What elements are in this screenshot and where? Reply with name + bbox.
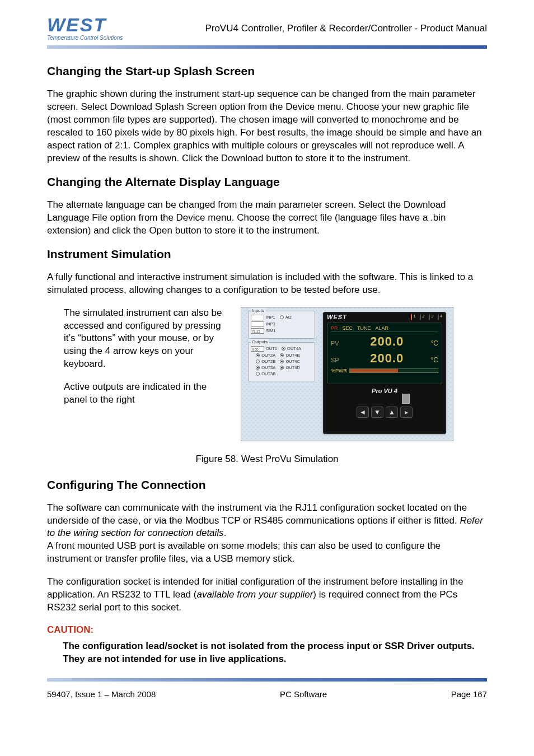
pwr-bar [349,368,438,373]
logo-text: WEST [47,16,106,34]
paragraph-splash: The graphic shown during the instrument … [47,88,487,165]
sim1-label: SIM1 [266,328,276,333]
out2a-label: OUT2A [261,353,275,358]
out1-label: OUT1 [266,346,277,351]
ai2-label: AI2 [285,315,292,320]
out3b-label: OUT3B [261,371,275,376]
out4a-radio[interactable] [282,347,285,351]
pwr-label: %PWR [331,368,347,374]
pwr-bar-fill [350,369,398,372]
device-panel: WEST 1 2 3 4 PR SEC TUNE AL [323,312,446,434]
paragraph-simulation-intro: A fully functional and interactive instr… [47,271,487,297]
footer-center: PC Software [280,689,327,699]
out4a-label: OUT4A [287,346,301,351]
conn-p3-italic: available from your supplier [196,589,313,600]
out4c-label: OUT4C [285,359,299,364]
out4d-label: OUT4D [285,365,299,370]
pv-label: PV [331,340,343,347]
inputs-group: Inputs INP1 AI2 INP3 71.23SIM1 [248,311,315,339]
chevron-right-icon: ▸ [405,408,408,416]
device-down-button[interactable]: ▼ [371,407,383,418]
inputs-group-title: Inputs [251,308,265,313]
led-4-num: 4 [440,314,442,318]
footer-rule [47,678,487,682]
out2a-radio[interactable] [256,353,260,357]
heading-language: Changing the Alternate Display Language [47,175,487,189]
tab-tune: TUNE [357,325,371,331]
pv-value: 200.0 [370,334,404,349]
inp1-field[interactable] [251,315,264,320]
paragraph-connection-3: The configuration socket is intended for… [47,576,487,614]
caution-label: CAUTION: [47,624,487,636]
header-rule [47,45,487,49]
heading-simulation: Instrument Simulation [47,248,487,261]
device-left-button[interactable]: ◄ [357,407,369,418]
screen-tabs: PR SEC TUNE ALAR [331,325,438,332]
callout-text-2: Active outputs are indicated in the pane… [64,381,232,407]
outputs-group-title: Outputs [251,339,269,344]
out4d-radio[interactable] [280,366,284,370]
inp1-label: INP1 [266,315,275,320]
heading-splash: Changing the Start-up Splash Screen [47,64,487,78]
out4b-radio[interactable] [280,353,284,357]
brand-logo: WEST Temperature Control Solutions [47,16,123,41]
page-header: WEST Temperature Control Solutions ProVU… [47,16,487,41]
device-brand: WEST [327,314,347,320]
caution-body: The configuration lead/socket is not iso… [47,640,487,666]
figure-caption: Figure 58. West ProVu Simulation [47,454,487,465]
footer-right: Page 167 [451,689,487,699]
device-up-button[interactable]: ▲ [386,407,398,418]
out2b-label: OUT2B [261,359,275,364]
conn-p1c: . [224,528,227,538]
device-model: Pro VU 4 [324,386,446,395]
io-panel: Inputs INP1 AI2 INP3 71.23SIM1 Outputs 0… [248,311,315,385]
led-3 [429,314,430,320]
paragraph-connection-1: The software can communicate with the in… [47,502,487,540]
device-screen: PR SEC TUNE ALAR PV 200.0 °C SP 200. [327,323,442,384]
out4c-radio[interactable] [280,360,284,363]
footer-left: 59407, Issue 1 – March 2008 [47,689,156,699]
sp-label: SP [331,357,343,363]
sp-value: 200.0 [370,351,404,366]
tab-sec: SEC [343,325,353,331]
inp3-label: INP3 [266,321,275,326]
sp-unit: °C [431,356,438,364]
ai2-radio[interactable] [280,315,284,319]
file-icon [402,394,410,404]
led-3-num: 3 [431,314,433,318]
out3a-label: OUT3A [261,365,275,370]
out3a-radio[interactable] [256,366,260,370]
simulation-figure-block: The simulated instrument can also be acc… [47,307,487,447]
device-leds: 1 2 3 4 [411,314,442,320]
out2b-radio[interactable] [256,360,260,363]
conn-p1a: The software can communicate with the in… [47,502,467,526]
logo-subtitle: Temperature Control Solutions [47,35,123,41]
out4b-label: OUT4B [285,353,299,358]
inp3-field[interactable] [251,321,264,327]
simulation-screenshot: Inputs INP1 AI2 INP3 71.23SIM1 Outputs 0… [241,307,487,447]
led-2-num: 2 [422,314,424,318]
out1-field[interactable]: 0.00 [251,346,264,352]
page-footer: 59407, Issue 1 – March 2008 PC Software … [47,689,487,699]
sim1-field[interactable]: 71.23 [251,328,264,334]
paragraph-connection-2: A front mounted USB port is available on… [47,540,487,566]
document-title: ProVU4 Controller, Profiler & Recorder/C… [134,23,487,34]
led-1-num: 1 [413,314,415,318]
tab-pr: PR [331,325,338,331]
led-1 [411,314,412,320]
led-2 [420,314,421,320]
outputs-group: Outputs 0.00OUT1 OUT4A OUT2A OUT4B OUT2B… [248,342,315,381]
device-buttons: ◄ ▼ ▲ ▸ [324,407,446,418]
callout-text-1: The simulated instrument can also be acc… [64,307,232,371]
paragraph-language: The alternate language can be changed fr… [47,199,487,237]
device-file-button[interactable]: ▸ [400,407,413,418]
simulation-callouts: The simulated instrument can also be acc… [47,307,232,417]
pv-unit: °C [431,339,438,347]
tab-alar: ALAR [376,325,389,331]
simulation-window: Inputs INP1 AI2 INP3 71.23SIM1 Outputs 0… [241,307,453,441]
led-4 [438,314,439,320]
out3b-radio[interactable] [256,372,260,376]
heading-connection: Configuring The Connection [47,478,487,492]
